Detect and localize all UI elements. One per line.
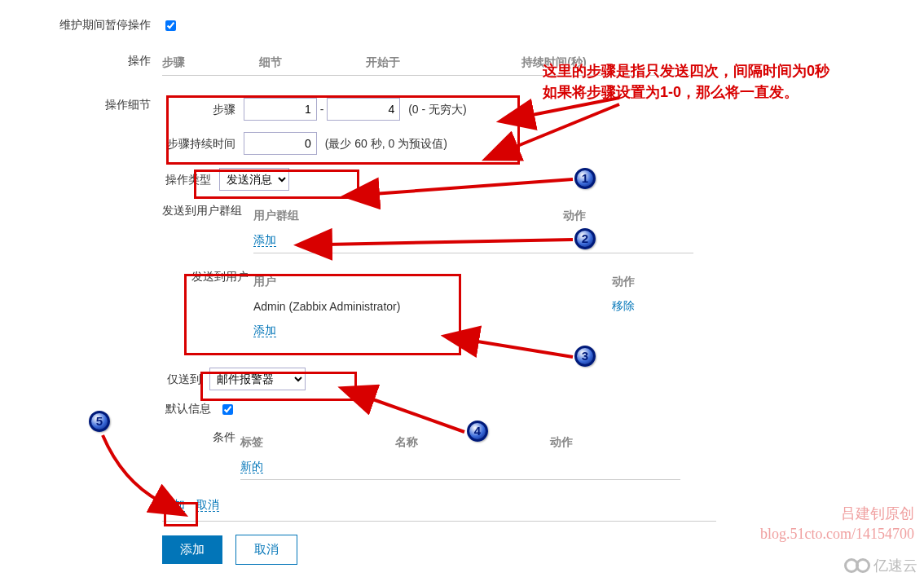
cancel-button[interactable]: 取消 — [235, 535, 297, 565]
table-row: Admin (Zabbix Administrator) 移除 — [253, 294, 693, 319]
step-duration-label: 步骤持续时间 — [162, 137, 235, 152]
group-col-user: 用户群组 — [253, 204, 563, 228]
group-col-action: 动作 — [563, 204, 693, 228]
bullet-2: 2 — [574, 228, 596, 249]
only-to-select[interactable]: 邮件报警器 — [209, 368, 306, 390]
step-duration-input[interactable] — [244, 132, 317, 155]
inner-cancel-link[interactable]: 取消 — [196, 498, 219, 512]
steps-label: 步骤 — [162, 103, 235, 117]
add-button[interactable]: 添加 — [162, 535, 222, 564]
maintenance-pause-checkbox[interactable] — [165, 20, 176, 31]
col-step: 步骤 — [162, 51, 259, 75]
watermark-brand: 亿速云 — [844, 556, 917, 575]
bullet-5: 5 — [89, 411, 110, 432]
annotation-text: 这里的步骤是指只发送四次，间隔时间为0秒 如果将步骤设置为1-0，那么将一直发。 — [543, 60, 829, 103]
user-col-action: 动作 — [612, 270, 693, 294]
conditions-label: 条件 — [162, 430, 235, 445]
cond-col-tag: 标签 — [240, 430, 395, 455]
steps-to-input[interactable] — [327, 98, 400, 121]
default-msg-checkbox[interactable] — [222, 404, 233, 415]
op-type-select[interactable]: 发送消息 — [219, 168, 289, 191]
cond-new-link[interactable]: 新的 — [240, 460, 263, 473]
inner-add-link[interactable]: 添加 — [162, 498, 185, 512]
steps-from-input[interactable] — [244, 98, 317, 121]
user-value: Admin (Zabbix Administrator) — [253, 294, 612, 319]
send-group-label: 发送到用户群组 — [162, 204, 253, 218]
step-duration-note: (最少 60 秒, 0 为预设值) — [325, 137, 447, 150]
operation-label: 操作 — [0, 51, 159, 68]
bullet-4: 4 — [467, 421, 488, 442]
op-type-label: 操作类型 — [162, 173, 211, 187]
user-add-link[interactable]: 添加 — [253, 324, 276, 337]
group-add-link[interactable]: 添加 — [253, 233, 276, 247]
default-msg-label: 默认信息 — [162, 402, 211, 416]
col-detail: 细节 — [259, 51, 366, 75]
bullet-3: 3 — [574, 346, 596, 367]
watermark-author: 吕建钊原创blog.51cto.com/14154700 — [760, 504, 914, 544]
col-startat: 开始于 — [366, 51, 521, 75]
steps-note: (0 - 无穷大) — [408, 103, 467, 116]
user-remove-link[interactable]: 移除 — [612, 299, 635, 312]
maintenance-pause-label: 维护期间暂停操作 — [0, 18, 159, 33]
user-col-user: 用户 — [253, 270, 612, 294]
operation-details-label: 操作细节 — [0, 98, 159, 112]
cond-col-action: 动作 — [550, 430, 680, 455]
send-user-label: 发送到用户 — [162, 270, 253, 284]
only-to-label: 仅送到 — [162, 372, 201, 387]
brand-logo-icon — [856, 558, 870, 573]
bullet-1: 1 — [574, 168, 596, 189]
